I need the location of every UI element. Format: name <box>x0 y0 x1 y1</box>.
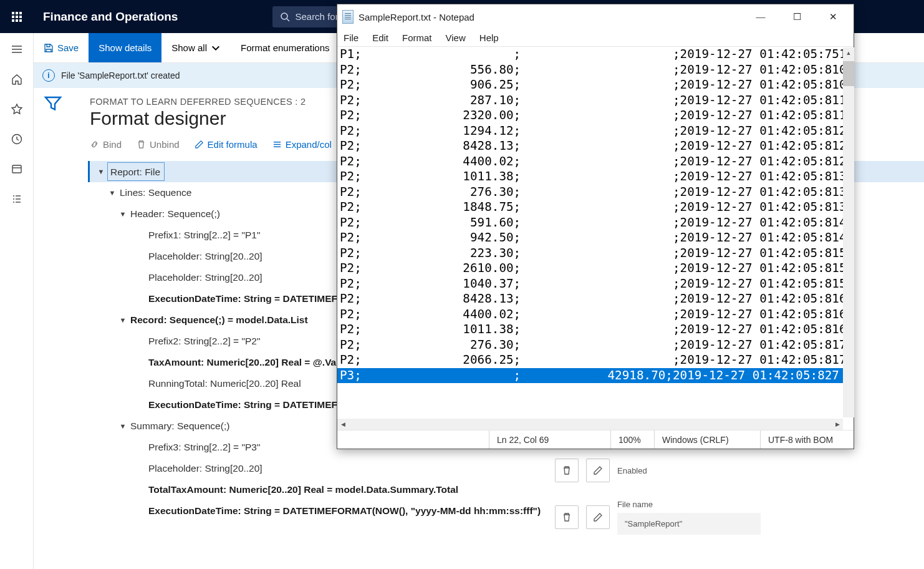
show-details-button[interactable]: Show details <box>89 33 161 62</box>
tree-node-label: Placeholder: String[20..20] <box>146 251 262 262</box>
text-line: P2; 2320.00; ;2019-12-27 01:42:05:811 <box>337 108 854 124</box>
edit-filename-button[interactable] <box>586 505 610 529</box>
save-icon <box>44 43 54 53</box>
tree-node-label: Summary: Sequence(;) <box>128 421 229 432</box>
info-text: File 'SampleReport.txt' created <box>61 71 180 80</box>
home-icon[interactable] <box>11 73 23 85</box>
tree-node-label: Report: File <box>107 162 165 181</box>
tree-twisty-icon[interactable]: ▼ <box>118 316 128 324</box>
unbind-label: Unbind <box>150 139 180 150</box>
tree-node-label: Prefix2: String[2..2] = "P2" <box>146 336 260 347</box>
tree-node-label: ExecutionDateTime: String = DATETIMEFOR <box>146 293 352 304</box>
link-icon <box>90 140 99 149</box>
menu-help[interactable]: Help <box>479 32 499 43</box>
app-name: Finance and Operations <box>43 10 178 24</box>
enabled-label: Enabled <box>617 466 667 475</box>
text-line: P2; 276.30; ;2019-12-27 01:42:05:813 <box>337 185 854 200</box>
maximize-button[interactable]: ☐ <box>779 6 815 28</box>
menu-view[interactable]: View <box>446 32 466 43</box>
status-position: Ln 22, Col 69 <box>497 435 549 445</box>
svg-line-1 <box>287 19 289 21</box>
tree-node-label: Record: Sequence(;) = model.Data.List <box>128 314 308 326</box>
text-line: P2; 4400.02; ;2019-12-27 01:42:05:812 <box>337 154 854 170</box>
favorites-icon[interactable] <box>11 103 23 115</box>
save-button[interactable]: Save <box>34 33 89 62</box>
workspaces-icon[interactable] <box>11 163 23 175</box>
chevron-down-icon <box>211 43 221 53</box>
text-line: P2; 1011.38; ;2019-12-27 01:42:05:813 <box>337 169 854 185</box>
horizontal-scrollbar[interactable]: ◀▶ <box>337 419 843 430</box>
show-all-button[interactable]: Show all <box>161 33 231 62</box>
text-line: P2; 1848.75; ;2019-12-27 01:42:05:813 <box>337 200 854 215</box>
text-line: P2; 8428.13; ;2019-12-27 01:42:05:816 <box>337 291 854 307</box>
menu-edit[interactable]: Edit <box>372 32 388 43</box>
tree-node-label: ExecutionDateTime: String = DATETIMEFOR <box>146 399 352 411</box>
tree-node-label: Placeholder: String[20..20] <box>146 272 262 283</box>
tree-twisty-icon[interactable]: ▼ <box>118 210 128 218</box>
info-icon: i <box>42 69 55 82</box>
notepad-window[interactable]: SampleReport.txt - Notepad — ☐ ✕ FileEdi… <box>337 4 854 449</box>
expand-collapse-button[interactable]: Expand/col <box>272 139 332 150</box>
text-line: P2; 223.30; ;2019-12-27 01:42:05:815 <box>337 246 854 261</box>
tree-twisty-icon[interactable]: ▼ <box>107 189 117 197</box>
tree-node-label: Header: Sequence(;) <box>128 208 220 220</box>
save-label: Save <box>57 42 79 53</box>
delete-filename-button[interactable] <box>555 505 579 529</box>
tree-node-label: Lines: Sequence <box>117 187 191 198</box>
menu-file[interactable]: File <box>344 32 359 43</box>
text-line: P2; 2066.25; ;2019-12-27 01:42:05:817 <box>337 353 854 368</box>
show-details-label: Show details <box>99 42 152 53</box>
text-line: P2; 906.25; ;2019-12-27 01:42:05:810 <box>337 77 854 93</box>
notepad-status-bar: Ln 22, Col 69 100% Windows (CRLF) UTF-8 … <box>337 430 854 449</box>
trash-icon <box>562 512 572 522</box>
text-line: P2; 287.10; ;2019-12-27 01:42:05:811 <box>337 93 854 109</box>
tree-twisty-icon[interactable]: ▼ <box>118 422 128 430</box>
edit-enabled-button[interactable] <box>586 459 610 482</box>
notepad-text-area[interactable]: P1; ; ;2019-12-27 01:42:05:751P2; 556.80… <box>337 47 854 430</box>
status-zoom: 100% <box>618 435 641 445</box>
bind-button[interactable]: Bind <box>90 139 122 150</box>
trash-icon <box>562 465 572 475</box>
app-launcher-button[interactable] <box>0 0 33 33</box>
bind-label: Bind <box>103 139 122 150</box>
text-line: P2; 556.80; ;2019-12-27 01:42:05:810 <box>337 62 854 78</box>
text-line: P2; 942.50; ;2019-12-27 01:42:05:814 <box>337 230 854 246</box>
tree-node-label: Placeholder: String[20..20] <box>146 463 262 474</box>
text-line: P2; 1011.38; ;2019-12-27 01:42:05:816 <box>337 322 854 338</box>
text-line: P2; 8428.13; ;2019-12-27 01:42:05:812 <box>337 139 854 154</box>
delete-enabled-button[interactable] <box>555 459 579 482</box>
text-line: P2; 1040.37; ;2019-12-27 01:42:05:815 <box>337 276 854 292</box>
edit-formula-button[interactable]: Edit formula <box>195 139 257 150</box>
left-rail <box>0 33 34 569</box>
modules-icon[interactable] <box>11 193 23 205</box>
tree-node-label: Prefix3: String[2..2] = "P3" <box>146 442 260 453</box>
tree-twisty-icon[interactable]: ▼ <box>96 168 106 175</box>
tree-node-label: Prefix1: String[2..2] = "P1" <box>146 230 260 241</box>
format-enumerations-button[interactable]: Format enumerations <box>231 33 340 62</box>
status-eol: Windows (CRLF) <box>662 435 729 445</box>
notepad-menu-bar: FileEditFormatViewHelp <box>337 29 854 47</box>
svg-point-0 <box>281 13 287 19</box>
tree-node-label: RunningTotal: Numeric[20..20] Real <box>146 378 301 389</box>
text-line: P2; 1294.12; ;2019-12-27 01:42:05:812 <box>337 124 854 139</box>
list-icon <box>272 140 282 149</box>
show-all-label: Show all <box>171 42 207 53</box>
nav-hamburger-icon[interactable] <box>11 43 23 56</box>
pencil-icon <box>593 465 603 475</box>
recent-icon[interactable] <box>11 133 23 145</box>
vertical-scrollbar[interactable]: ▲ <box>843 47 854 417</box>
expand-label: Expand/col <box>286 139 332 150</box>
filename-value[interactable]: "SampleReport" <box>617 513 761 535</box>
search-icon <box>280 12 290 22</box>
close-button[interactable]: ✕ <box>815 6 851 28</box>
edit-label: Edit formula <box>208 139 257 150</box>
status-encoding: UTF-8 with BOM <box>768 435 833 445</box>
text-line: P1; ; ;2019-12-27 01:42:05:751 <box>337 47 854 62</box>
text-line: P2; 2610.00; ;2019-12-27 01:42:05:815 <box>337 261 854 276</box>
pencil-icon <box>195 140 204 149</box>
minimize-button[interactable]: — <box>743 6 779 28</box>
menu-format[interactable]: Format <box>402 32 432 43</box>
unbind-button[interactable]: Unbind <box>137 139 180 150</box>
text-line: P2; 591.60; ;2019-12-27 01:42:05:814 <box>337 215 854 231</box>
notepad-title: SampleReport.txt - Notepad <box>359 12 743 22</box>
